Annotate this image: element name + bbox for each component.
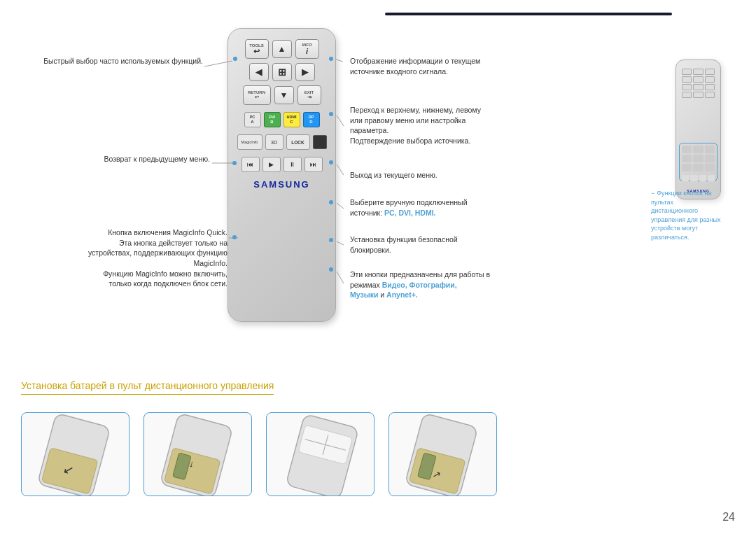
pause-button[interactable]: ⏸ xyxy=(284,157,302,172)
lock-annotation: Установка функции безопаснойблокировки. xyxy=(350,234,539,255)
mini-btn xyxy=(682,92,692,98)
mini-btn xyxy=(682,69,692,75)
lock-button[interactable]: LOCK xyxy=(286,134,310,150)
btn-c-letter: C xyxy=(290,120,293,124)
right-icon: ▶ xyxy=(302,67,308,77)
magicinfo-label: MagicInfo xyxy=(241,140,258,144)
right-note: Функции кнопок на пультах дистанционного… xyxy=(651,189,721,242)
nav-annotation: Переход к верхнему, нижнему, левому или … xyxy=(350,105,539,146)
mini-btn xyxy=(705,69,715,75)
left-icon: ◀ xyxy=(255,67,262,77)
svg-line-7 xyxy=(337,241,344,245)
mini-btn xyxy=(699,175,706,181)
mini-arrow xyxy=(705,146,715,153)
magic-row: MagicInfo 3D LOCK xyxy=(234,134,330,150)
tools-annotation: Быстрый выбор часто используемых функций… xyxy=(42,56,203,66)
btn-pc[interactable]: PC A xyxy=(244,112,261,127)
exit-annotation: Выход из текущего меню. xyxy=(350,170,532,181)
right-button[interactable]: ▶ xyxy=(295,63,315,81)
mini-arrow xyxy=(693,155,703,162)
mini-btn xyxy=(682,84,692,90)
left-button[interactable]: ◀ xyxy=(249,63,269,81)
battery-images: ↙ ↓ xyxy=(21,412,735,496)
color-btn-row: PC A DVI B HDMI C DP D xyxy=(234,112,330,127)
callout-media xyxy=(329,267,333,272)
tools-button[interactable]: TOOLS ↩ xyxy=(245,39,269,59)
pause-icon: ⏸ xyxy=(289,161,295,168)
play-button[interactable]: ▶ xyxy=(262,157,281,172)
center-button[interactable]: ⊞ xyxy=(272,63,292,81)
stop-button[interactable] xyxy=(313,135,327,149)
mini-remote: SAMSUNG xyxy=(676,59,721,199)
mini-btn xyxy=(708,175,715,181)
btn-a-letter: A xyxy=(251,120,253,124)
mini-arrow xyxy=(693,146,703,153)
media-line xyxy=(21,21,651,371)
down-button[interactable]: ▼ xyxy=(274,86,294,104)
mini-btn xyxy=(705,84,715,90)
exit-button[interactable]: EXIT ⇥ xyxy=(298,85,321,105)
mini-arrow xyxy=(682,164,692,171)
svg-line-3 xyxy=(336,59,343,62)
callout-magicinfo xyxy=(232,235,237,239)
mini-arrow xyxy=(705,164,715,171)
up-button[interactable]: ▲ xyxy=(272,40,292,58)
return-annotation: Возврат к предыдущему меню. xyxy=(77,154,210,164)
section-title: Установка батарей в пульт дистанционного… xyxy=(21,380,274,395)
svg-line-6 xyxy=(337,203,344,209)
callout-nav xyxy=(329,112,333,116)
btn-dvi[interactable]: DVI B xyxy=(264,112,281,127)
return-button[interactable]: RETURN ↩ xyxy=(243,85,271,105)
btn-hdmi[interactable]: HDMI C xyxy=(284,112,300,127)
media-row: ⏮ ▶ ⏸ ⏭ xyxy=(234,157,330,172)
mini-btn xyxy=(682,76,692,83)
btn-d-letter: D xyxy=(309,120,312,124)
center-icon: ⊞ xyxy=(278,66,286,78)
mini-btn xyxy=(705,76,715,83)
btn-row-2: ◀ ⊞ ▶ xyxy=(234,63,330,81)
mini-arrow xyxy=(682,146,692,153)
up-icon: ▲ xyxy=(278,44,286,54)
mini-btn xyxy=(705,92,715,98)
callout-sources xyxy=(329,200,333,204)
page-number: 24 xyxy=(722,511,735,524)
info-line xyxy=(21,21,651,161)
svg-line-5 xyxy=(337,164,344,175)
page: TOOLS ↩ ▲ INFO i ◀ xyxy=(0,0,756,534)
info-icon: i xyxy=(306,47,308,55)
battery-step-4: ↗ xyxy=(388,412,497,496)
media-annotation: Эти кнопки предназначены для работы в ре… xyxy=(350,269,546,300)
rewind-button[interactable]: ⏮ xyxy=(241,157,260,172)
mini-arrow xyxy=(682,155,692,162)
return-icon: ↩ xyxy=(255,94,259,100)
mini-btn xyxy=(693,92,703,98)
magicinfo-button[interactable]: MagicInfo xyxy=(237,134,262,150)
bottom-section: Установка батарей в пульт дистанционного… xyxy=(21,380,735,520)
callout-lock xyxy=(329,238,333,242)
exit-icon: ⇥ xyxy=(307,94,312,100)
btn-row-3: RETURN ↩ ▼ EXIT ⇥ xyxy=(234,85,330,105)
mini-btn xyxy=(693,84,703,90)
mini-btn xyxy=(682,175,689,181)
svg-line-4 xyxy=(337,115,344,126)
battery-step-3 xyxy=(266,412,374,496)
callout-info xyxy=(329,57,333,61)
mini-arrow xyxy=(693,164,703,171)
info-button[interactable]: INFO i xyxy=(295,39,319,59)
remote-section: TOOLS ↩ ▲ INFO i ◀ xyxy=(21,21,735,350)
btn-row-1: TOOLS ↩ ▲ INFO i xyxy=(234,39,330,59)
btn-3d[interactable]: 3D xyxy=(265,134,284,150)
btn-dp[interactable]: DP D xyxy=(303,112,320,127)
svg-line-8 xyxy=(337,272,344,283)
callout-tools xyxy=(233,57,237,61)
callout-exit xyxy=(329,160,333,164)
battery-step-1: ↙ xyxy=(21,412,130,496)
forward-button[interactable]: ⏭ xyxy=(304,157,323,172)
info-annotation: Отображение информации о текущемисточник… xyxy=(350,56,532,76)
3d-label: 3D xyxy=(271,140,277,145)
play-icon: ▶ xyxy=(269,161,274,168)
tools-icon: ↩ xyxy=(253,48,260,55)
samsung-logo: SAMSUNG xyxy=(253,179,309,190)
btn-b-letter: B xyxy=(270,120,273,124)
nav-line xyxy=(21,21,651,231)
